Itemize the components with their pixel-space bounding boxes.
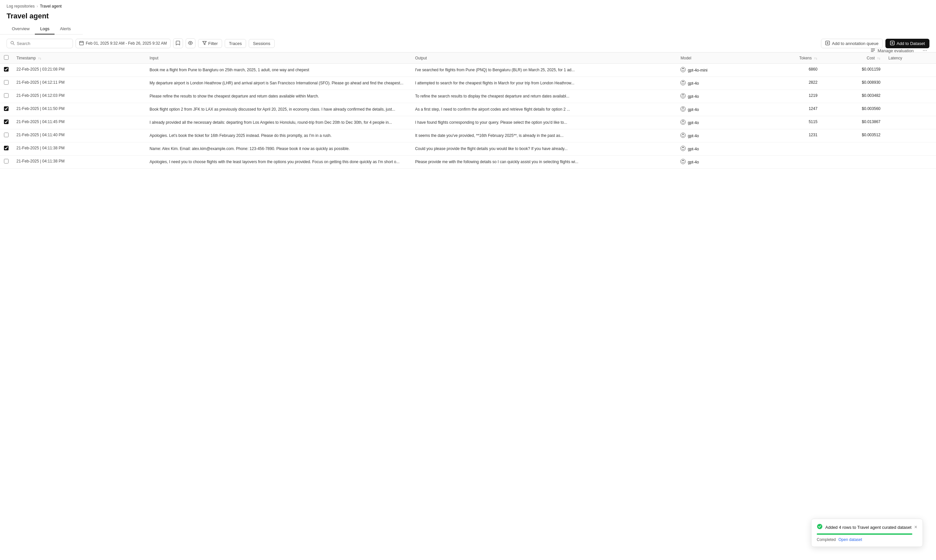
sessions-button[interactable]: Sessions [249, 39, 274, 48]
breadcrumb-parent[interactable]: Log repositories [6, 4, 34, 9]
row-checkbox[interactable] [4, 106, 9, 111]
svg-point-15 [681, 94, 686, 98]
logs-table: Timestamp ↑↓ Input Output Model Tokens ↑… [0, 52, 936, 169]
svg-point-16 [681, 107, 686, 112]
bookmark-button[interactable] [173, 38, 183, 48]
timestamp-sort-icon: ↑↓ [38, 57, 42, 60]
row-input: Please refine the results to show the ch… [145, 90, 411, 103]
svg-point-6 [190, 42, 191, 44]
output-header: Output [411, 52, 677, 64]
search-input[interactable] [17, 41, 69, 46]
row-input: Apologies. Let's book the ticket for 16t… [145, 129, 411, 143]
dataset-icon [890, 41, 894, 46]
filter-button[interactable]: Filter [198, 39, 222, 48]
row-model: gpt-4o [677, 129, 759, 143]
toolbar: Feb 01, 2025 9:32 AM - Feb 26, 2025 9:32… [0, 34, 936, 52]
row-checkbox-cell[interactable] [0, 129, 12, 143]
row-checkbox[interactable] [4, 67, 9, 72]
row-model: gpt-4o-mini [677, 64, 759, 77]
row-checkbox[interactable] [4, 93, 9, 98]
input-header: Input [145, 52, 411, 64]
cost-sort-icon: ↑↓ [877, 57, 880, 60]
sessions-label: Sessions [253, 41, 270, 46]
row-cost: $0.003560 [821, 103, 884, 116]
row-cost: $0.001159 [821, 64, 884, 77]
svg-point-19 [681, 146, 686, 151]
row-latency [884, 129, 936, 143]
traces-button[interactable]: Traces [225, 39, 246, 48]
row-output: Please provide me with the following det… [411, 155, 677, 169]
row-output: Could you please provide the flight deta… [411, 143, 677, 155]
tokens-sort-icon: ↑↓ [814, 57, 817, 60]
page-title: Travel agent [0, 11, 936, 24]
row-checkbox[interactable] [4, 146, 9, 150]
table-row: 21-Feb-2025 | 04:11:38 PMApologies, I ne… [0, 155, 936, 169]
row-input: I already provided all the necessary det… [145, 116, 411, 129]
row-model: gpt-4o [677, 77, 759, 90]
svg-rect-2 [80, 42, 83, 45]
row-timestamp: 21-Feb-2025 | 04:12:03 PM [12, 90, 145, 103]
row-checkbox-cell[interactable] [0, 103, 12, 116]
row-checkbox[interactable] [4, 120, 9, 124]
row-checkbox-cell[interactable] [0, 64, 12, 77]
main-tabs: Overview Logs Alerts [0, 24, 83, 34]
manage-evaluation-button[interactable]: Manage evaluation [868, 46, 916, 55]
row-input: My departure airport is London Heathrow … [145, 77, 411, 90]
filter-icon [202, 41, 207, 46]
more-options-button[interactable]: ··· [920, 46, 930, 55]
row-model: gpt-4o [677, 103, 759, 116]
row-checkbox-cell[interactable] [0, 77, 12, 90]
svg-line-1 [14, 44, 15, 45]
row-cost: $0.008930 [821, 77, 884, 90]
row-input: Name: Alex Kim. Email: alex.kim@example.… [145, 143, 411, 155]
search-box[interactable] [6, 39, 73, 48]
row-model: gpt-4o [677, 90, 759, 103]
row-checkbox[interactable] [4, 159, 9, 163]
row-tokens: 6860 [759, 64, 821, 77]
openai-icon [680, 132, 686, 139]
row-output: It seems the date you've provided, **16t… [411, 129, 677, 143]
annotation-icon [825, 41, 830, 46]
row-checkbox[interactable] [4, 132, 9, 137]
openai-icon [680, 146, 686, 152]
row-latency [884, 103, 936, 116]
row-checkbox-cell[interactable] [0, 116, 12, 129]
row-checkbox[interactable] [4, 80, 9, 85]
timestamp-header[interactable]: Timestamp ↑↓ [12, 52, 145, 64]
tab-logs[interactable]: Logs [35, 24, 54, 34]
tokens-header[interactable]: Tokens ↑↓ [759, 52, 821, 64]
annotation-queue-label: Add to annotation queue [832, 41, 879, 46]
model-name: gpt-4o-mini [688, 68, 707, 72]
row-cost: $0.003482 [821, 90, 884, 103]
table-row: 21-Feb-2025 | 04:12:11 PMMy departure ai… [0, 77, 936, 90]
calendar-icon [79, 41, 84, 46]
row-timestamp: 22-Feb-2025 | 03:21:08 PM [12, 64, 145, 77]
table-row: 21-Feb-2025 | 04:11:45 PMI already provi… [0, 116, 936, 129]
row-cost [821, 155, 884, 169]
row-checkbox-cell[interactable] [0, 143, 12, 155]
tab-alerts[interactable]: Alerts [54, 24, 76, 34]
svg-point-14 [681, 80, 686, 85]
row-checkbox-cell[interactable] [0, 155, 12, 169]
model-name: gpt-4o [688, 120, 699, 125]
row-output: I attempted to search for the cheapest f… [411, 77, 677, 90]
traces-label: Traces [229, 41, 242, 46]
table-row: 21-Feb-2025 | 04:12:03 PMPlease refine t… [0, 90, 936, 103]
row-checkbox-cell[interactable] [0, 90, 12, 103]
select-all-header[interactable] [0, 52, 12, 64]
row-timestamp: 21-Feb-2025 | 04:11:38 PM [12, 143, 145, 155]
svg-point-13 [681, 67, 686, 72]
dots-icon: ··· [922, 48, 927, 54]
openai-icon [680, 120, 686, 126]
breadcrumb: Log repositories › Travel agent [0, 0, 936, 11]
eye-button[interactable] [186, 38, 196, 48]
model-name: gpt-4o [688, 94, 699, 99]
openai-icon [680, 80, 686, 86]
table-header-row: Timestamp ↑↓ Input Output Model Tokens ↑… [0, 52, 936, 64]
date-range-picker[interactable]: Feb 01, 2025 9:32 AM - Feb 26, 2025 9:32… [76, 39, 171, 48]
model-name: gpt-4o [688, 134, 699, 138]
tab-overview[interactable]: Overview [6, 24, 35, 34]
select-all-checkbox[interactable] [4, 55, 9, 60]
eye-icon [188, 41, 193, 46]
row-tokens: 2822 [759, 77, 821, 90]
